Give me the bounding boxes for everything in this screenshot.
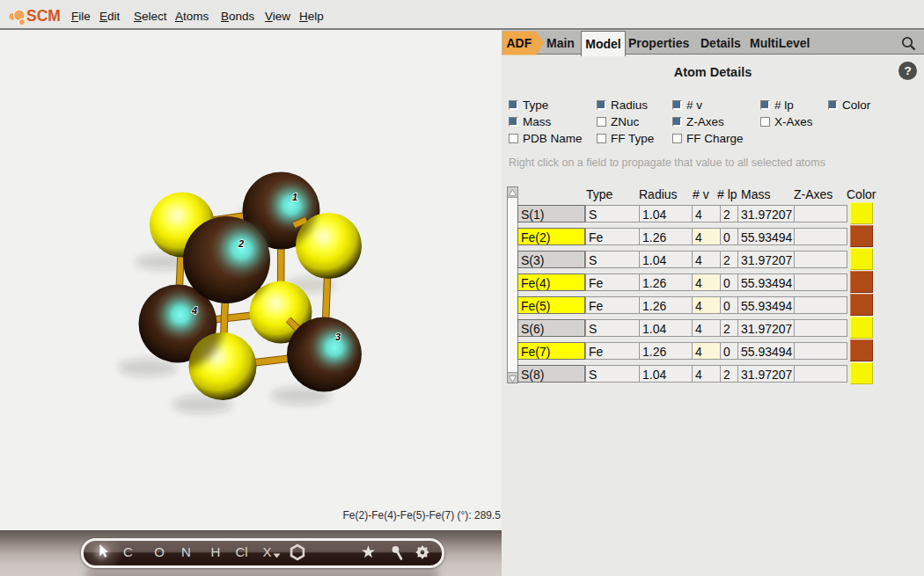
svg-text:C: C [123,544,133,559]
svg-text:N: N [181,544,191,559]
svg-text:SCM: SCM [26,7,61,25]
svg-text:2: 2 [238,238,244,249]
svg-text:O: O [154,544,165,559]
svg-text:X: X [262,544,271,559]
svg-text:4: 4 [191,305,197,316]
svg-text:1: 1 [292,192,297,202]
svg-text:Cl: Cl [235,544,247,559]
svg-text:3: 3 [335,332,341,342]
svg-text:ADF: ADF [507,36,532,50]
svg-text:H: H [211,544,221,559]
